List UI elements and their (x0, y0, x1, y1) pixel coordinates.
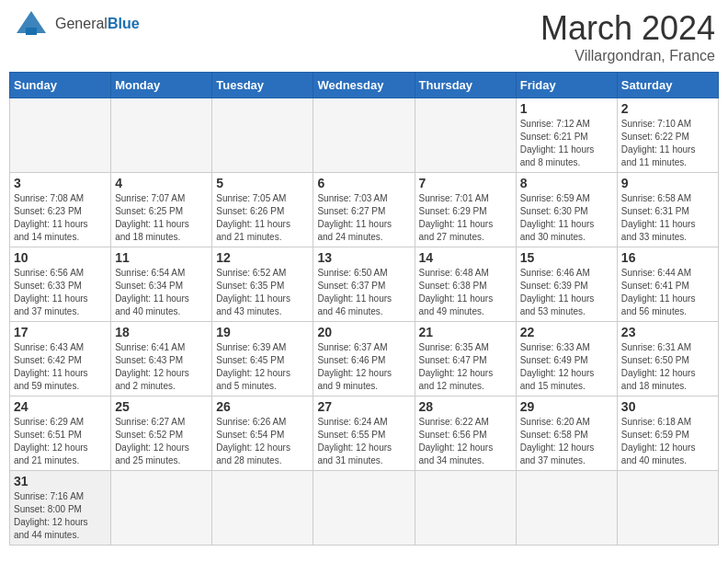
day-cell: 5Sunrise: 7:05 AM Sunset: 6:26 PM Daylig… (212, 173, 313, 247)
day-cell: 7Sunrise: 7:01 AM Sunset: 6:29 PM Daylig… (415, 173, 516, 247)
day-info: Sunrise: 7:03 AM Sunset: 6:27 PM Dayligh… (317, 192, 410, 244)
logo-wordmark: GeneralBlue (55, 15, 140, 32)
day-number: 6 (317, 176, 410, 190)
day-cell: 4Sunrise: 7:07 AM Sunset: 6:25 PM Daylig… (111, 173, 212, 247)
day-info: Sunrise: 7:01 AM Sunset: 6:29 PM Dayligh… (419, 192, 512, 244)
day-info: Sunrise: 6:20 AM Sunset: 6:58 PM Dayligh… (520, 416, 613, 467)
day-cell (10, 98, 111, 173)
day-cell: 22Sunrise: 6:33 AM Sunset: 6:49 PM Dayli… (516, 322, 617, 396)
day-info: Sunrise: 6:44 AM Sunset: 6:41 PM Dayligh… (621, 267, 714, 318)
day-number: 7 (419, 176, 512, 190)
day-cell: 2Sunrise: 7:10 AM Sunset: 6:22 PM Daylig… (617, 98, 718, 173)
day-cell: 18Sunrise: 6:41 AM Sunset: 6:43 PM Dayli… (111, 322, 212, 396)
title-area: March 2024 Villargondran, France (540, 9, 715, 64)
day-number: 31 (14, 474, 107, 488)
day-cell (415, 98, 516, 173)
day-cell: 8Sunrise: 6:59 AM Sunset: 6:30 PM Daylig… (516, 173, 617, 247)
day-cell (111, 471, 212, 546)
week-row-5: 24Sunrise: 6:29 AM Sunset: 6:51 PM Dayli… (10, 396, 719, 471)
day-cell: 26Sunrise: 6:26 AM Sunset: 6:54 PM Dayli… (212, 396, 313, 471)
day-info: Sunrise: 6:24 AM Sunset: 6:55 PM Dayligh… (317, 416, 410, 467)
day-cell (313, 98, 415, 173)
day-cell (617, 471, 718, 546)
weekday-header-saturday: Saturday (617, 73, 718, 98)
weekday-header-sunday: Sunday (10, 73, 111, 98)
day-info: Sunrise: 7:10 AM Sunset: 6:22 PM Dayligh… (621, 118, 714, 169)
month-title: March 2024 (540, 9, 715, 48)
day-number: 27 (317, 399, 410, 414)
week-row-1: 1Sunrise: 7:12 AM Sunset: 6:21 PM Daylig… (10, 98, 719, 173)
day-cell: 9Sunrise: 6:58 AM Sunset: 6:31 PM Daylig… (617, 173, 718, 247)
logo-general: General (55, 16, 108, 31)
day-info: Sunrise: 7:12 AM Sunset: 6:21 PM Dayligh… (520, 118, 613, 169)
day-info: Sunrise: 6:43 AM Sunset: 6:42 PM Dayligh… (14, 341, 107, 393)
week-row-3: 10Sunrise: 6:56 AM Sunset: 6:33 PM Dayli… (10, 247, 719, 322)
day-info: Sunrise: 6:35 AM Sunset: 6:47 PM Dayligh… (419, 341, 512, 393)
day-cell: 3Sunrise: 7:08 AM Sunset: 6:23 PM Daylig… (10, 173, 111, 247)
day-cell: 19Sunrise: 6:39 AM Sunset: 6:45 PM Dayli… (212, 322, 313, 396)
day-number: 21 (419, 325, 512, 339)
week-row-6: 31Sunrise: 7:16 AM Sunset: 8:00 PM Dayli… (10, 471, 719, 546)
day-number: 4 (115, 176, 208, 190)
day-number: 8 (520, 176, 613, 190)
day-cell: 12Sunrise: 6:52 AM Sunset: 6:35 PM Dayli… (212, 247, 313, 322)
day-info: Sunrise: 6:58 AM Sunset: 6:31 PM Dayligh… (621, 192, 714, 244)
day-number: 28 (419, 399, 512, 414)
week-row-4: 17Sunrise: 6:43 AM Sunset: 6:42 PM Dayli… (10, 322, 719, 396)
day-cell (212, 98, 313, 173)
day-info: Sunrise: 6:54 AM Sunset: 6:34 PM Dayligh… (115, 267, 208, 318)
day-cell: 10Sunrise: 6:56 AM Sunset: 6:33 PM Dayli… (10, 247, 111, 322)
day-number: 18 (115, 325, 208, 339)
day-cell: 6Sunrise: 7:03 AM Sunset: 6:27 PM Daylig… (313, 173, 415, 247)
day-cell: 28Sunrise: 6:22 AM Sunset: 6:56 PM Dayli… (415, 396, 516, 471)
day-number: 30 (621, 399, 714, 414)
svg-rect-1 (26, 28, 37, 35)
day-cell: 11Sunrise: 6:54 AM Sunset: 6:34 PM Dayli… (111, 247, 212, 322)
day-cell: 14Sunrise: 6:48 AM Sunset: 6:38 PM Dayli… (415, 247, 516, 322)
day-number: 23 (621, 325, 714, 339)
day-cell (516, 471, 617, 546)
day-info: Sunrise: 6:59 AM Sunset: 6:30 PM Dayligh… (520, 192, 613, 244)
day-info: Sunrise: 6:33 AM Sunset: 6:49 PM Dayligh… (520, 341, 613, 393)
day-info: Sunrise: 6:26 AM Sunset: 6:54 PM Dayligh… (216, 416, 309, 467)
day-cell: 13Sunrise: 6:50 AM Sunset: 6:37 PM Dayli… (313, 247, 415, 322)
week-row-2: 3Sunrise: 7:08 AM Sunset: 6:23 PM Daylig… (10, 173, 719, 247)
logo-blue: Blue (108, 16, 140, 31)
day-cell: 17Sunrise: 6:43 AM Sunset: 6:42 PM Dayli… (10, 322, 111, 396)
day-number: 2 (621, 101, 714, 116)
day-info: Sunrise: 6:29 AM Sunset: 6:51 PM Dayligh… (14, 416, 107, 467)
calendar: SundayMondayTuesdayWednesdayThursdayFrid… (9, 72, 719, 546)
day-cell: 30Sunrise: 6:18 AM Sunset: 6:59 PM Dayli… (617, 396, 718, 471)
day-info: Sunrise: 6:52 AM Sunset: 6:35 PM Dayligh… (216, 267, 309, 318)
day-info: Sunrise: 6:22 AM Sunset: 6:56 PM Dayligh… (419, 416, 512, 467)
day-info: Sunrise: 6:31 AM Sunset: 6:50 PM Dayligh… (621, 341, 714, 393)
day-cell: 23Sunrise: 6:31 AM Sunset: 6:50 PM Dayli… (617, 322, 718, 396)
day-number: 12 (216, 250, 309, 265)
day-cell: 29Sunrise: 6:20 AM Sunset: 6:58 PM Dayli… (516, 396, 617, 471)
day-number: 1 (520, 101, 613, 116)
day-info: Sunrise: 6:41 AM Sunset: 6:43 PM Dayligh… (115, 341, 208, 393)
day-number: 14 (419, 250, 512, 265)
day-info: Sunrise: 6:56 AM Sunset: 6:33 PM Dayligh… (14, 267, 107, 318)
day-cell: 24Sunrise: 6:29 AM Sunset: 6:51 PM Dayli… (10, 396, 111, 471)
day-cell: 16Sunrise: 6:44 AM Sunset: 6:41 PM Dayli… (617, 247, 718, 322)
location-title: Villargondran, France (540, 48, 715, 64)
weekday-header-friday: Friday (516, 73, 617, 98)
day-info: Sunrise: 6:50 AM Sunset: 6:37 PM Dayligh… (317, 267, 410, 318)
day-number: 22 (520, 325, 613, 339)
logo: GeneralBlue (13, 9, 140, 39)
day-number: 25 (115, 399, 208, 414)
generalblue-logo-svg (13, 9, 50, 39)
day-info: Sunrise: 6:39 AM Sunset: 6:45 PM Dayligh… (216, 341, 309, 393)
day-number: 11 (115, 250, 208, 265)
day-cell: 20Sunrise: 6:37 AM Sunset: 6:46 PM Dayli… (313, 322, 415, 396)
day-number: 9 (621, 176, 714, 190)
day-number: 17 (14, 325, 107, 339)
day-number: 10 (14, 250, 107, 265)
day-cell (212, 471, 313, 546)
day-info: Sunrise: 7:08 AM Sunset: 6:23 PM Dayligh… (14, 192, 107, 244)
day-number: 16 (621, 250, 714, 265)
day-info: Sunrise: 7:16 AM Sunset: 8:00 PM Dayligh… (14, 490, 107, 542)
day-cell: 1Sunrise: 7:12 AM Sunset: 6:21 PM Daylig… (516, 98, 617, 173)
day-cell: 21Sunrise: 6:35 AM Sunset: 6:47 PM Dayli… (415, 322, 516, 396)
